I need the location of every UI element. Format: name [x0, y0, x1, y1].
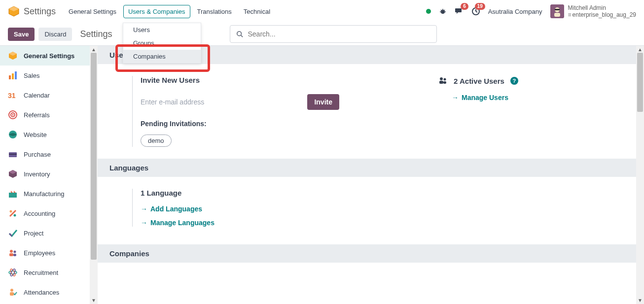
credit-card-icon	[8, 149, 18, 159]
scroll-down-icon[interactable]: ▼	[638, 297, 643, 304]
dropdown-item-users[interactable]: Users	[123, 23, 201, 36]
add-languages-link[interactable]: → Add Languages	[141, 205, 636, 213]
check-icon	[8, 228, 18, 238]
sidebar-item-label: General Settings	[24, 52, 74, 60]
svg-rect-49	[443, 81, 446, 84]
sidebar-item-recruitment[interactable]: Recruitment	[0, 263, 90, 282]
svg-point-38	[14, 251, 16, 253]
sidebar-scrollbar[interactable]: ▲ ▼	[90, 46, 98, 304]
svg-point-41	[9, 271, 17, 274]
messaging-icon[interactable]: 6	[455, 7, 464, 16]
sidebar-item-label: Accounting	[24, 210, 55, 217]
sidebar-item-label: Calendar	[24, 92, 50, 99]
app-logo-icon[interactable]	[8, 5, 20, 17]
help-icon[interactable]: ?	[510, 77, 518, 85]
dropdown-item-groups[interactable]: Groups	[123, 36, 201, 50]
users-icon	[438, 76, 448, 86]
scroll-up-icon[interactable]: ▲	[91, 46, 96, 53]
sidebar-item-label: Attendances	[24, 289, 59, 296]
company-switcher[interactable]: Asutralia Company	[488, 8, 542, 15]
search-icon	[236, 31, 243, 37]
sidebar-item-referrals[interactable]: Referrals	[0, 105, 90, 125]
svg-point-46	[440, 77, 443, 80]
globe-icon	[8, 130, 18, 139]
target-icon	[8, 110, 18, 120]
percent-icon	[8, 208, 18, 218]
pending-label: Pending Invitations:	[141, 120, 339, 128]
scroll-thumb[interactable]	[637, 53, 643, 112]
discard-button[interactable]: Discard	[38, 28, 72, 41]
sidebar-item-website[interactable]: Website	[0, 125, 90, 144]
sidebar-item-purchase[interactable]: Purchase	[0, 144, 90, 164]
debug-icon[interactable]	[439, 7, 447, 15]
svg-point-25	[12, 114, 14, 116]
messaging-badge: 6	[461, 3, 468, 10]
users-companies-dropdown: Users Groups Companies	[123, 23, 201, 64]
svg-rect-40	[13, 254, 16, 256]
dropdown-item-companies[interactable]: Companies	[123, 50, 201, 63]
svg-rect-48	[439, 81, 443, 84]
sidebar-item-label: Employees	[24, 249, 55, 257]
menu-translations[interactable]: Translations	[192, 5, 237, 18]
scroll-down-icon[interactable]: ▼	[91, 297, 96, 304]
arrow-right-icon: →	[452, 94, 459, 101]
svg-line-16	[241, 35, 243, 37]
manage-users-link[interactable]: → Manage Users	[452, 94, 518, 101]
svg-rect-28	[9, 154, 17, 155]
main-scrollbar[interactable]: ▲ ▼	[636, 46, 644, 304]
user-name: Mitchell Admin	[568, 4, 636, 11]
svg-point-44	[10, 289, 13, 292]
sidebar-item-employees[interactable]: Employees	[0, 243, 90, 263]
app-title: Settings	[24, 6, 56, 17]
menu-users-companies[interactable]: Users & Companies	[123, 5, 190, 18]
sidebar-item-general-settings[interactable]: General Settings	[0, 46, 90, 66]
sidebar-item-label: Sales	[24, 72, 40, 79]
avatar-icon	[550, 4, 564, 18]
language-count: 1 Language	[141, 189, 636, 197]
search-input[interactable]	[247, 30, 430, 38]
section-header-languages: Languages	[98, 159, 636, 177]
sidebar-item-label: Manufacturing	[24, 190, 64, 198]
svg-point-35	[10, 210, 12, 213]
page-title: Settings	[80, 29, 112, 39]
calendar-icon: 31	[8, 90, 18, 100]
people-icon	[8, 248, 18, 258]
svg-rect-14	[555, 9, 560, 10]
sidebar-item-calendar[interactable]: 31 Calendar	[0, 85, 90, 105]
sidebar-item-label: Referrals	[24, 111, 50, 119]
svg-marker-32	[11, 191, 13, 193]
manage-languages-link[interactable]: → Manage Languages	[141, 219, 636, 227]
save-button[interactable]: Save	[8, 28, 35, 41]
scroll-thumb[interactable]	[91, 53, 97, 260]
search-box[interactable]	[230, 25, 437, 43]
user-menu[interactable]: Mitchell Admin ≡enterprise_blog_aug_29	[550, 4, 636, 18]
sidebar-item-manufacturing[interactable]: Manufacturing	[0, 184, 90, 203]
sidebar-item-inventory[interactable]: Inventory	[0, 164, 90, 184]
db-name: ≡enterprise_blog_aug_29	[568, 11, 636, 18]
svg-point-15	[237, 32, 241, 36]
sidebar-item-accounting[interactable]: Accounting	[0, 203, 90, 223]
svg-rect-13	[554, 13, 560, 17]
active-users-text: 2 Active Users	[454, 77, 504, 85]
menu-technical[interactable]: Technical	[239, 5, 275, 18]
activity-icon[interactable]: 19	[471, 7, 480, 16]
atom-icon	[8, 268, 18, 277]
bar-chart-icon	[8, 70, 18, 80]
svg-rect-21	[15, 71, 17, 79]
invite-email-input[interactable]	[141, 95, 303, 109]
invite-title: Invite New Users	[141, 76, 339, 84]
menu-general-settings[interactable]: General Settings	[64, 5, 121, 18]
sidebar-item-sales[interactable]: Sales	[0, 66, 90, 85]
svg-point-36	[14, 214, 16, 217]
status-dot-icon	[426, 9, 431, 14]
sidebar-item-attendances[interactable]: Attendances	[0, 282, 90, 302]
sidebar-item-project[interactable]: Project	[0, 223, 90, 243]
scroll-up-icon[interactable]: ▲	[638, 46, 643, 53]
svg-rect-39	[9, 253, 13, 256]
invite-button[interactable]: Invite	[307, 94, 339, 110]
svg-text:31: 31	[8, 92, 16, 100]
sidebar-item-label: Recruitment	[24, 269, 58, 276]
svg-point-47	[444, 78, 446, 81]
hexagon-icon	[8, 51, 18, 61]
pending-tag[interactable]: demo	[141, 135, 172, 147]
